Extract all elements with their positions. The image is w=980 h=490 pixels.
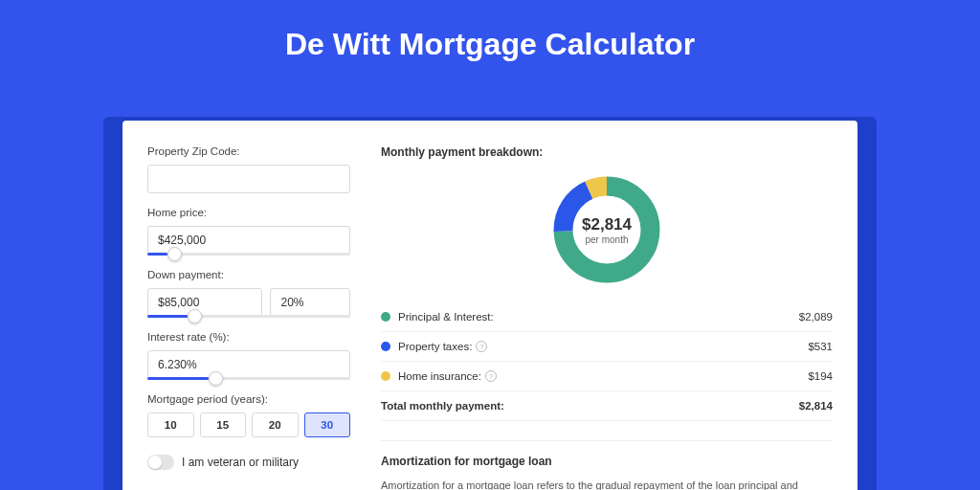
donut-center: $2,814 per month [549,172,664,287]
calculator-card: Property Zip Code: Home price: Down paym… [122,121,858,490]
interest-rate-field: Interest rate (%): [147,331,350,380]
breakdown-row-total: Total monthly payment: $2,814 [381,391,833,421]
donut-amount: $2,814 [582,215,632,234]
home-price-label: Home price: [147,207,350,218]
zip-input[interactable] [147,165,350,193]
amortization-title: Amortization for mortgage loan [381,455,833,468]
zip-label: Property Zip Code: [147,145,350,157]
period-option-15[interactable]: 15 [200,412,247,437]
breakdown-label: Principal & Interest: [398,311,799,323]
period-label: Mortgage period (years): [147,393,350,405]
home-price-field: Home price: [147,207,350,256]
donut-chart-wrap: $2,814 per month [381,172,833,287]
down-payment-slider[interactable] [147,315,350,318]
period-field: Mortgage period (years): 10 15 20 30 [147,393,350,437]
dot-icon [381,312,390,322]
down-payment-field: Down payment: [147,269,350,318]
dot-icon [381,371,390,381]
slider-thumb[interactable] [188,309,202,323]
breakdown-label: Property taxes:? [398,341,808,352]
slider-thumb[interactable] [167,247,182,261]
down-payment-percent-input[interactable] [270,288,350,317]
breakdown-value: $194 [808,370,833,382]
help-icon[interactable]: ? [476,341,487,352]
breakdown-value: $531 [808,341,833,352]
breakdown-title: Monthly payment breakdown: [381,145,833,159]
help-icon[interactable]: ? [485,370,497,382]
dot-icon [381,342,390,351]
veteran-label: I am veteran or military [182,456,299,469]
breakdown-row-taxes: Property taxes:? $531 [381,332,833,362]
breakdown-value: $2,089 [799,311,833,323]
amortization-section: Amortization for mortgage loan Amortizat… [381,440,833,490]
period-option-20[interactable]: 20 [252,412,299,437]
amortization-text: Amortization for a mortgage loan refers … [381,478,833,490]
home-price-slider[interactable] [147,253,350,256]
period-option-30[interactable]: 30 [304,412,351,437]
veteran-row: I am veteran or military [147,455,350,470]
down-payment-amount-input[interactable] [147,288,262,317]
slider-thumb[interactable] [209,371,223,386]
total-value: $2,814 [799,400,833,412]
veteran-toggle[interactable] [147,455,174,470]
form-panel: Property Zip Code: Home price: Down paym… [122,121,371,490]
interest-rate-slider[interactable] [147,377,350,380]
total-label: Total monthly payment: [381,400,799,412]
donut-chart: $2,814 per month [549,172,664,287]
breakdown-row-insurance: Home insurance:? $194 [381,362,833,391]
breakdown-label: Home insurance:? [398,370,808,382]
interest-rate-input[interactable] [147,350,350,379]
breakdown-panel: Monthly payment breakdown: $2,814 per mo… [371,121,858,490]
interest-rate-label: Interest rate (%): [147,331,350,343]
period-option-10[interactable]: 10 [147,412,194,437]
donut-permonth: per month [585,234,628,245]
breakdown-row-principal: Principal & Interest: $2,089 [381,302,833,332]
zip-field: Property Zip Code: [147,145,350,193]
page-title: De Witt Mortgage Calculator [0,0,980,85]
down-payment-label: Down payment: [147,269,350,280]
